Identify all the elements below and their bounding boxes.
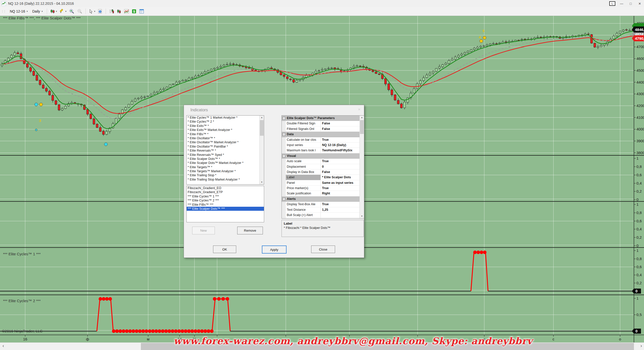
available-indicator-item[interactable]: * Elite Reversals™ * — [187, 149, 260, 153]
property-value[interactable]: True — [321, 202, 360, 207]
chart-window-button[interactable] — [115, 8, 123, 14]
available-indicator-item[interactable]: * Elite Scalper Dots™ Market Analyzer * — [187, 161, 260, 165]
property-value[interactable] — [321, 213, 360, 218]
property-grid[interactable]: −Elite Scalper Dots™ ParametersDouble Fi… — [281, 115, 364, 219]
property-row[interactable]: Auto scaleTrue — [282, 159, 360, 164]
available-indicator-item[interactable]: * Elite Oscillator™ PaintBar * — [187, 145, 260, 149]
close-button[interactable]: ✕ — [637, 2, 642, 6]
available-indicator-item[interactable]: * Elite Oscillator™ * — [187, 136, 260, 140]
property-row[interactable]: Maximum bars look lTwoHundredFiftySix — [282, 148, 360, 153]
property-value[interactable]: False — [321, 169, 360, 174]
available-indicator-item[interactable]: * Elite Cycles™ 1 Market Analyzer * — [187, 116, 260, 120]
property-value[interactable]: True — [321, 137, 360, 142]
ok-button[interactable]: OK — [213, 246, 236, 253]
available-indicator-item[interactable]: * Elite Exits™ * — [187, 124, 260, 128]
available-indicator-item[interactable]: * Elite Scalper Dots™ * — [187, 157, 260, 161]
link-button[interactable]: L — [609, 1, 615, 6]
property-row[interactable]: PanelSame as input series — [282, 180, 360, 186]
selected-indicators-list[interactable]: Fibozachi_Gradient_EOFibozachi_Gradient_… — [186, 186, 264, 222]
zoom-in-button[interactable] — [68, 8, 76, 15]
selected-indicator-item[interactable]: *** Elite Cycles™ 2 *** — [187, 198, 264, 202]
available-indicator-item[interactable]: * Elite Trailing Stop * — [187, 173, 260, 177]
property-row[interactable]: Scale justificationRight — [282, 191, 360, 196]
property-grid-scrollbar[interactable]: ▲ ▼ — [359, 116, 364, 218]
minimize-button[interactable]: — — [619, 2, 624, 6]
grid-gutter: − — [282, 196, 286, 201]
fundamental-data-button[interactable]: $ — [130, 8, 138, 14]
available-indicator-item[interactable]: * Elite FIBs™ * — [187, 132, 260, 136]
property-row[interactable]: Bull Scalp (+) Alert — [282, 213, 360, 218]
property-row[interactable]: Price marker(s)True — [282, 186, 360, 191]
scroll-down-icon[interactable]: ▼ — [260, 180, 264, 184]
selected-indicator-item[interactable]: *** Elite FIBs™ *** — [187, 203, 264, 207]
property-category-row[interactable]: −Alerts — [282, 196, 360, 202]
remove-button[interactable]: Remove — [237, 227, 263, 234]
line-chart-button[interactable] — [123, 8, 130, 14]
property-row[interactable]: Calculate on bar closTrue — [282, 137, 360, 143]
property-value[interactable]: 1,25 — [321, 207, 360, 212]
scroll-up-icon[interactable]: ▲ — [360, 116, 364, 120]
data-box-button[interactable] — [96, 8, 104, 14]
selected-indicator-item[interactable]: Fibozachi_Gradient_ETP — [187, 190, 264, 194]
property-row[interactable]: Label* Elite Scalper Dots — [282, 175, 360, 180]
scroll-down-icon[interactable]: ▼ — [360, 214, 364, 218]
new-button[interactable]: New — [192, 227, 215, 234]
property-value[interactable]: False — [321, 126, 360, 131]
period-dropdown[interactable]: Daily ▾ — [30, 8, 45, 14]
available-indicator-item[interactable]: * Elite Trailing Stop Market Analyzer * — [187, 178, 260, 182]
property-value[interactable] — [321, 218, 360, 219]
scroll-right-icon[interactable]: › — [640, 343, 642, 348]
market-analyzer-button[interactable] — [108, 8, 115, 14]
collapse-icon[interactable]: − — [283, 198, 285, 200]
property-category-row[interactable]: −Elite Scalper Dots™ Parameters — [282, 116, 360, 121]
available-indicator-item[interactable]: * Elite Targets™ Market Analyzer * — [187, 169, 260, 173]
maximize-button[interactable]: □ — [628, 2, 633, 6]
selected-indicator-item[interactable]: *** Elite Cycles™ 1 *** — [187, 194, 264, 198]
selected-indicator-item[interactable]: Fibozachi_Gradient_EO — [187, 186, 264, 190]
property-value[interactable]: TwoHundredFiftySix — [321, 148, 360, 153]
property-category-row[interactable]: −Data — [282, 132, 360, 137]
drawing-tools-button[interactable]: ▾ — [58, 8, 68, 14]
selected-indicator-item[interactable]: *** Elite Scalper Dots™ *** — [187, 207, 264, 211]
cursor-tool-button[interactable]: ▾ — [88, 8, 97, 14]
property-value[interactable]: True — [321, 186, 360, 191]
collapse-icon[interactable]: − — [283, 117, 285, 120]
zoom-out-button[interactable] — [76, 8, 84, 15]
available-indicator-item[interactable]: * Elite Oscillator™ Market Analyzer * — [187, 140, 260, 144]
scroll-up-icon[interactable]: ▲ — [260, 116, 264, 120]
property-row[interactable]: Display in Data BoxFalse — [282, 169, 360, 175]
available-indicator-item[interactable]: * Elite Cycles™ 2 * — [187, 120, 260, 124]
available-indicators-list[interactable]: * Elite Cycles™ 1 Market Analyzer ** Eli… — [186, 115, 264, 185]
property-value[interactable]: * Elite Scalper Dots — [321, 175, 360, 180]
scrollbar-thumb[interactable] — [360, 120, 364, 134]
toolbar-grip[interactable]: ⋮⋮ — [1, 10, 6, 13]
grid-panel-button[interactable] — [138, 8, 145, 14]
collapse-icon[interactable]: − — [283, 155, 285, 157]
property-row[interactable]: Double Filtered SignFalse — [282, 121, 360, 126]
property-value[interactable]: True — [321, 159, 360, 164]
apply-button[interactable]: Apply — [262, 246, 287, 254]
chart-style-button[interactable]: ▾ — [49, 8, 58, 14]
property-value[interactable]: Same as input series — [321, 180, 360, 185]
instrument-dropdown[interactable]: NQ 12-16 ▾ — [8, 8, 30, 14]
property-category-row[interactable]: −Visual — [282, 153, 360, 159]
property-row[interactable]: Display Text-Box AleTrue — [282, 202, 360, 207]
close-button[interactable]: Close — [311, 246, 335, 253]
available-indicator-item[interactable]: * Elite Targets™ * — [187, 165, 260, 169]
scroll-left-icon[interactable]: ‹ — [3, 343, 4, 348]
available-indicator-item[interactable]: * Elite Reversals™ Syed * — [187, 153, 260, 157]
collapse-icon[interactable]: − — [283, 133, 285, 136]
property-row[interactable]: Text Distance1,25 — [282, 207, 360, 213]
property-row[interactable]: Filtered Signals OnlFalse — [282, 126, 360, 132]
property-value[interactable]: Right — [321, 191, 360, 196]
scrollbar-thumb[interactable] — [260, 120, 264, 136]
property-row[interactable]: Input seriesNQ 12-16 (Daily) — [282, 143, 360, 148]
available-indicator-item[interactable]: * Elite Exits™ Market Analyzer * — [187, 128, 260, 132]
property-value[interactable]: False — [321, 121, 360, 126]
property-value[interactable]: 0 — [321, 164, 360, 169]
available-list-scrollbar[interactable]: ▲ ▼ — [259, 116, 264, 184]
property-row[interactable]: Displacement0 — [282, 164, 360, 169]
property-row[interactable]: Filtered Bull Scalp (+ — [282, 218, 360, 219]
dialog-close-icon[interactable]: × — [358, 107, 360, 112]
property-value[interactable]: NQ 12-16 (Daily) — [321, 143, 360, 148]
